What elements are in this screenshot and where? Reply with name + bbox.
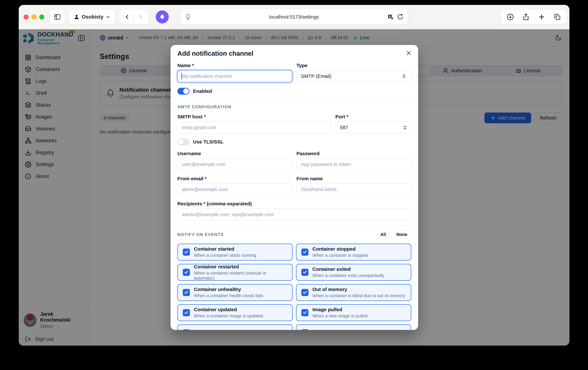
browser-toolbar-actions [501,10,567,24]
event-card[interactable]: Container started When a container start… [177,244,293,261]
select-none-button[interactable]: None [393,230,411,239]
event-desc: When a container restarts (manual or aut… [194,271,287,281]
event-desc: When a container is stopped [312,253,368,258]
add-notification-channel-modal: Add notification channel Name * Type SMT… [170,45,418,330]
recipients-label: Recipients * (comma-separated) [177,201,411,206]
event-card[interactable]: Stack stopped [296,324,411,330]
person-icon [74,14,80,20]
checkbox-checked[interactable] [183,329,190,330]
url-text: localhost:5173/settings [180,14,408,20]
events-grid: Container started When a container start… [177,244,411,330]
event-desc: When a container exits unexpectedly [312,273,384,278]
svg-text:x: x [391,17,393,20]
tab-overview-icon[interactable] [554,13,561,21]
new-tab-icon[interactable] [538,13,545,21]
event-title: Container restarted [194,264,287,269]
zoom-window-button[interactable] [39,14,44,20]
share-icon[interactable] [522,13,530,21]
smtp-section-header: SMTP CONFIGURATION [177,104,411,109]
divider [177,100,411,100]
event-title: Container unhealthy [194,287,263,292]
translate-icon[interactable]: Ax [387,13,394,20]
port-label: Port * [335,114,411,120]
event-title: Container exited [312,267,384,272]
profile-menu-button[interactable]: Osobisty [69,10,115,24]
event-desc: When a container image is updated [194,313,263,319]
username-input[interactable] [177,158,292,170]
event-card[interactable]: Out of memory When a container is killed… [296,284,411,301]
event-card[interactable]: Image pulled When a new image is pulled [296,304,411,321]
close-window-button[interactable] [24,14,29,20]
from-name-input[interactable] [296,183,411,195]
type-select[interactable]: SMTP (Email) [296,70,411,82]
profile-name: Osobisty [82,14,104,20]
smtp-host-label: SMTP host * [177,114,331,120]
name-input[interactable] [177,70,292,82]
event-card[interactable]: Container exited When a container exits … [296,264,411,281]
minimize-window-button[interactable] [32,14,36,20]
close-icon[interactable] [405,50,412,56]
checkbox-checked[interactable] [301,329,308,330]
divider [134,13,134,21]
extension-icon[interactable] [156,10,169,23]
event-title: Image pulled [312,307,368,312]
event-card[interactable]: Container stopped When a container is st… [296,244,411,261]
chevron-down-icon [106,15,110,19]
event-desc: When a container is killed due to out of… [312,293,405,298]
downloads-icon[interactable] [506,13,514,21]
from-email-label: From email * [177,176,292,181]
event-title: Container started [194,246,256,252]
event-desc: When a new image is pulled [312,313,368,319]
smtp-host-input[interactable] [177,122,331,134]
password-label: Password [296,151,411,156]
traffic-lights [24,14,44,20]
type-label: Type [296,63,411,68]
history-nav [119,10,148,24]
password-input[interactable] [296,158,411,170]
recipients-input[interactable] [177,208,411,220]
checkbox-checked[interactable] [301,269,308,276]
reload-icon[interactable] [397,13,403,20]
browser-window: Osobisty localhost:5173/settings Ax [19,5,569,346]
modal-title: Add notification channel [177,50,411,57]
checkbox-checked[interactable] [301,248,308,256]
url-bar[interactable]: localhost:5173/settings Ax [180,9,408,25]
event-card[interactable]: Stack started [177,324,293,330]
sidebar-panel-icon [54,13,61,21]
checkbox-checked[interactable] [183,248,190,256]
event-title: Container stopped [312,246,368,252]
forward-button[interactable] [137,14,144,20]
browser-sidebar-toggle-button[interactable] [50,10,65,24]
checkbox-checked[interactable] [301,289,308,296]
select-all-button[interactable]: All [377,230,390,239]
enabled-label: Enabled [193,88,212,94]
port-input[interactable] [335,122,411,134]
back-button[interactable] [124,14,130,20]
from-email-input[interactable] [177,183,292,195]
name-label: Name * [177,63,292,68]
divider [177,226,411,226]
event-card[interactable]: Container unhealthy When a container hea… [177,284,293,301]
tls-toggle[interactable] [177,138,189,145]
checkbox-checked[interactable] [183,269,190,276]
event-title: Out of memory [312,287,405,292]
enabled-toggle[interactable] [177,88,189,95]
text-caret [181,73,182,80]
notify-section-header: NOTIFY ON EVENTS [177,232,224,237]
event-title: Container updated [194,307,263,312]
username-label: Username [177,151,292,156]
from-name-label: From name [296,176,411,181]
svg-text:A: A [389,15,390,18]
tls-label: Use TLS/SSL [193,139,223,145]
select-chevrons-icon [401,73,407,79]
event-card[interactable]: Container updated When a container image… [177,304,293,321]
event-desc: When a container health check fails [194,293,263,298]
event-desc: When a container starts running [194,253,256,258]
checkbox-checked[interactable] [183,289,190,296]
browser-chrome: Osobisty localhost:5173/settings Ax [19,5,569,29]
checkbox-checked[interactable] [301,309,308,316]
reader-view-icon[interactable] [185,14,191,20]
checkbox-checked[interactable] [183,309,190,316]
number-stepper-icon[interactable] [402,125,408,130]
event-card[interactable]: Container restarted When a container res… [177,264,293,281]
